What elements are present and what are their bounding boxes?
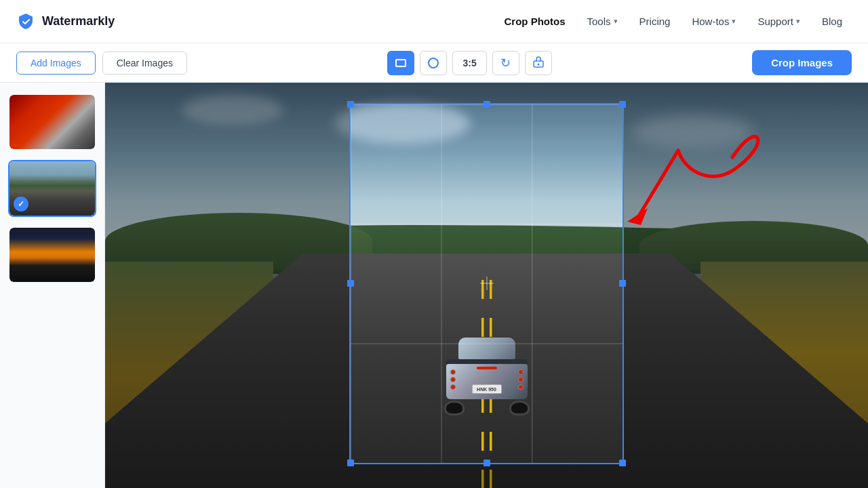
wheel-right	[509, 401, 530, 415]
crop-images-button[interactable]: Crop Images	[752, 50, 852, 75]
nav-howtos[interactable]: How-tos ▾	[682, 10, 745, 33]
license-plate: HNK 950	[472, 384, 502, 394]
nav-pricing[interactable]: Pricing	[630, 10, 680, 33]
circle-icon	[428, 58, 439, 68]
tail-lights-right	[518, 369, 524, 390]
wheel-left	[444, 401, 465, 415]
aspect-lock-icon	[532, 56, 545, 70]
center-brake-light	[477, 367, 497, 369]
toolbar-left: Add Images Clear Images	[16, 52, 187, 75]
car: HNK 950	[443, 338, 531, 415]
thumbnail-1-image	[9, 95, 95, 149]
rotate-icon: ↻	[500, 56, 511, 70]
rectangle-crop-button[interactable]	[387, 51, 414, 75]
rectangle-icon	[395, 59, 406, 67]
main-area: ✓	[0, 83, 868, 488]
nav-blog[interactable]: Blog	[812, 10, 852, 33]
nav-tools[interactable]: Tools ▾	[578, 10, 627, 33]
scene-image: HNK 950	[105, 83, 868, 488]
cloud-2	[631, 115, 753, 149]
car-cabin	[458, 338, 515, 359]
tools-chevron-icon: ▾	[614, 17, 618, 26]
svg-point-1	[537, 64, 539, 66]
toolbar-right: Crop Images	[752, 50, 852, 75]
car-wheels	[443, 401, 531, 415]
thumbnail-3-image	[9, 228, 95, 282]
cloud-1	[334, 103, 470, 144]
toolbar: Add Images Clear Images 3:5 ↻	[0, 43, 868, 83]
aspect-ratio-button[interactable]: 3:5	[452, 51, 486, 75]
toolbar-center: 3:5 ↻	[194, 51, 745, 75]
add-images-button[interactable]: Add Images	[16, 52, 96, 75]
nav-menu: Crop Photos Tools ▾ Pricing How-tos ▾ Su…	[495, 10, 852, 33]
thumbnail-1[interactable]	[8, 94, 96, 150]
cloud-3	[182, 95, 283, 125]
canvas-area[interactable]: HNK 950	[105, 83, 868, 488]
support-chevron-icon: ▾	[796, 17, 800, 26]
aspect-lock-button[interactable]	[525, 51, 552, 75]
thumbnail-2[interactable]: ✓	[8, 160, 96, 217]
sidebar: ✓	[0, 83, 105, 488]
howtos-chevron-icon: ▾	[732, 17, 736, 26]
shield-icon	[16, 12, 35, 31]
rotate-button[interactable]: ↻	[492, 51, 519, 75]
brand-name: Watermarkly	[42, 14, 115, 28]
nav-support[interactable]: Support ▾	[748, 10, 810, 33]
selected-checkmark: ✓	[14, 197, 28, 211]
thumbnail-3[interactable]	[8, 226, 96, 283]
tail-lights-left	[450, 369, 456, 390]
clear-images-button[interactable]: Clear Images	[102, 52, 187, 75]
car-body: HNK 950	[446, 364, 528, 399]
circle-crop-button[interactable]	[420, 51, 447, 75]
navbar: Watermarkly Crop Photos Tools ▾ Pricing …	[0, 0, 868, 43]
car-spoiler	[446, 359, 528, 364]
nav-crop-photos[interactable]: Crop Photos	[495, 10, 575, 33]
brand-logo[interactable]: Watermarkly	[16, 12, 115, 31]
